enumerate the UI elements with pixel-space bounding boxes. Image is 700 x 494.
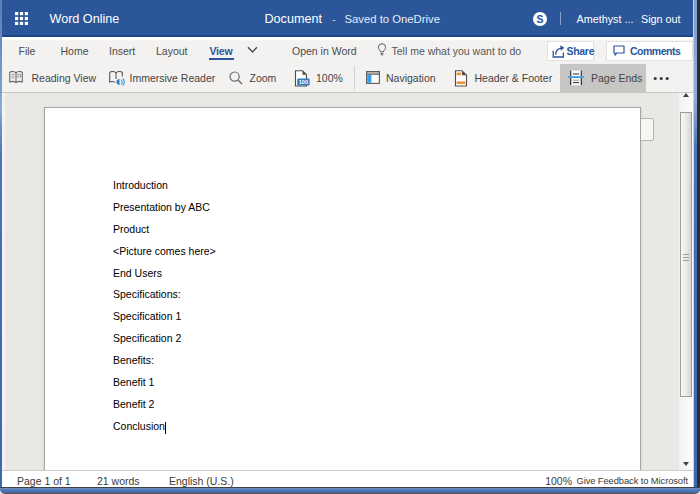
svg-text:S: S [536,13,543,25]
svg-text:100: 100 [299,79,308,85]
